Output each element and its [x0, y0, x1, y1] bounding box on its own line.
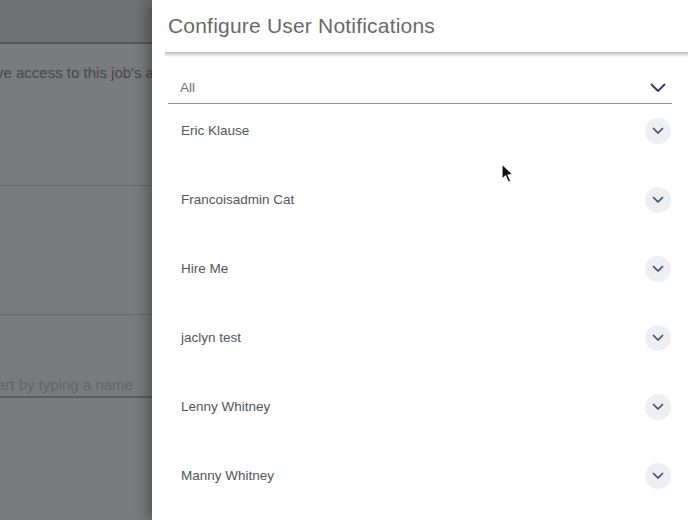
user-row[interactable]: Manny Whitney	[168, 449, 672, 518]
expand-user-button[interactable]	[645, 187, 671, 213]
background-input-underline	[0, 396, 152, 398]
user-name: Francoisadmin Cat	[181, 187, 294, 213]
chevron-down-icon	[652, 472, 664, 480]
dialog-title: Configure User Notifications	[168, 0, 435, 52]
user-row[interactable]: Eric Klause	[168, 104, 672, 173]
chevron-down-icon	[652, 196, 664, 204]
chevron-down-icon	[652, 127, 664, 135]
chevron-down-icon	[650, 83, 666, 93]
user-filter-select[interactable]: All	[168, 72, 672, 104]
header-shadow	[165, 52, 688, 57]
background-input-placeholder: art by typing a name	[0, 376, 133, 393]
user-filter-selected-value: All	[168, 80, 650, 95]
user-name: Eric Klause	[181, 118, 249, 144]
background-header-block	[0, 0, 152, 44]
user-name: Manny Whitney	[181, 463, 274, 489]
dialog-header: Configure User Notifications	[152, 0, 688, 52]
expand-user-button[interactable]	[645, 325, 671, 351]
background-divider	[0, 185, 152, 186]
user-row[interactable]: Francoisadmin Cat	[168, 173, 672, 242]
configure-user-notifications-dialog: Configure User Notifications All Eric Kl…	[152, 0, 688, 520]
screen: ve access to this job's applica art by t…	[0, 0, 688, 520]
user-name: Hire Me	[181, 256, 228, 282]
user-row[interactable]: Hire Me	[168, 242, 672, 311]
user-list: Eric Klause Francoisadmin Cat Hire Me	[168, 104, 672, 518]
expand-user-button[interactable]	[645, 118, 671, 144]
chevron-down-icon	[652, 403, 664, 411]
expand-user-button[interactable]	[645, 394, 671, 420]
user-name: Lenny Whitney	[181, 394, 270, 420]
expand-user-button[interactable]	[645, 463, 671, 489]
user-row[interactable]: Lenny Whitney	[168, 380, 672, 449]
expand-user-button[interactable]	[645, 256, 671, 282]
user-name: jaclyn test	[181, 325, 241, 351]
chevron-down-icon	[652, 334, 664, 342]
chevron-down-icon	[652, 265, 664, 273]
modal-scrim[interactable]: ve access to this job's applica art by t…	[0, 0, 152, 520]
background-clipped-text: ve access to this job's applica	[0, 64, 152, 81]
user-row[interactable]: jaclyn test	[168, 311, 672, 380]
background-divider	[0, 314, 152, 315]
